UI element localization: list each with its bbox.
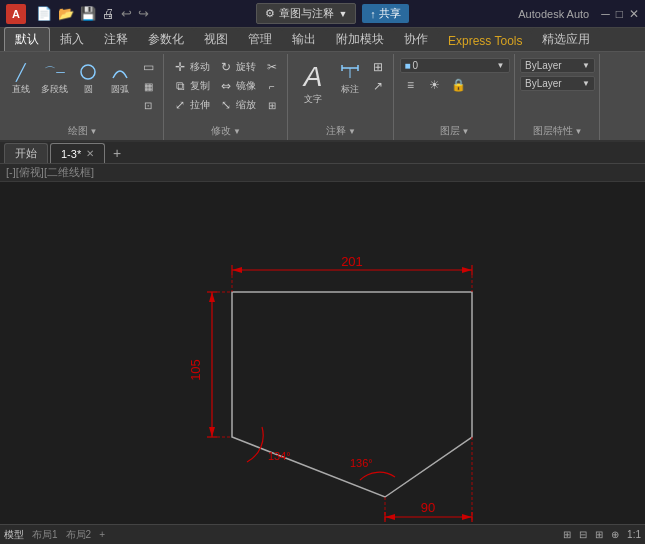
polar-button[interactable]: ⊕ [611, 529, 619, 540]
model-tab[interactable]: 模型 [4, 528, 24, 542]
tab-default[interactable]: 默认 [4, 27, 50, 51]
lineweight-selector[interactable]: ByLayer ▼ [520, 76, 595, 91]
modify-tools: ✛ 移动 ⧉ 复制 ⤢ 拉伸 ↻ 旋转 ⇔ 镜像 [169, 56, 283, 122]
arc-button[interactable]: 圆弧 [105, 58, 135, 97]
multileader-button[interactable]: ↗ [367, 77, 389, 95]
tab-collaborate[interactable]: 协作 [394, 28, 438, 51]
view-label: [-][俯视][二维线框] [0, 164, 645, 182]
move-button[interactable]: ✛ 移动 [169, 58, 213, 76]
layout1-tab[interactable]: 布局1 [32, 528, 58, 542]
mirror-button[interactable]: ⇔ 镜像 [215, 77, 259, 95]
angle1-text: 134° [268, 450, 291, 462]
hatch-button[interactable]: ▦ [137, 77, 159, 95]
dimension-button[interactable]: 标注 [335, 58, 365, 97]
fillet-button[interactable]: ⌐ [261, 77, 283, 95]
modify-col3: ✂ ⌐ ⊞ [261, 58, 283, 114]
stretch-button[interactable]: ⤢ 拉伸 [169, 96, 213, 114]
ribbon-group-draw: ╱ 直线 ⌒─ 多段线 圆 圆弧 ▭ [2, 54, 164, 140]
modify-dropdown-icon[interactable]: ▼ [233, 127, 241, 136]
layer-lock-button[interactable]: 🔒 [448, 76, 470, 94]
draw-dropdown-icon[interactable]: ▼ [90, 127, 98, 136]
tab-parametric[interactable]: 参数化 [138, 28, 194, 51]
copy-button[interactable]: ⧉ 复制 [169, 77, 213, 95]
layer-properties-button[interactable]: ≡ [400, 76, 422, 94]
doc-tab-drawing[interactable]: 1-3* ✕ [50, 143, 105, 163]
print-icon[interactable]: 🖨 [100, 6, 117, 21]
array-button[interactable]: ⊞ [261, 96, 283, 114]
layer-state-button[interactable]: ☀ [424, 76, 446, 94]
text-label: 文字 [304, 93, 322, 106]
canvas-area: 201 105 90 134° 136° [0, 182, 645, 524]
layer-name: 0 [413, 60, 495, 71]
layout2-tab[interactable]: 布局2 [66, 528, 92, 542]
props-tools: ByLayer ▼ ByLayer ▼ [520, 56, 595, 122]
add-layout-button[interactable]: + [99, 529, 105, 540]
props-label-text: 图层特性 [533, 124, 573, 138]
ortho-button[interactable]: ⊞ [595, 529, 603, 540]
start-tab-label: 开始 [15, 146, 37, 161]
dim-left-arrow-top [209, 292, 215, 302]
polyline-button[interactable]: ⌒─ 多段线 [38, 58, 71, 97]
tab-express-tools[interactable]: Express Tools [438, 31, 532, 51]
linetype-selector[interactable]: ByLayer ▼ [520, 58, 595, 73]
title-center: ⚙ 章图与注释 ▼ ↑ 共享 [155, 3, 510, 24]
table-button[interactable]: ⊞ [367, 58, 389, 76]
tab-featured[interactable]: 精选应用 [532, 28, 600, 51]
tab-annotate[interactable]: 注释 [94, 28, 138, 51]
rect-icon: ▭ [140, 59, 156, 75]
dim-br-text: 90 [421, 500, 435, 515]
arc-icon [108, 60, 132, 84]
mirror-icon: ⇔ [218, 78, 234, 94]
grid-button[interactable]: ⊟ [579, 529, 587, 540]
dim-left-text: 105 [188, 359, 203, 381]
scale-button[interactable]: ⤡ 缩放 [215, 96, 259, 114]
region-button[interactable]: ⊡ [137, 96, 159, 114]
layer-selector[interactable]: ■ 0 ▼ [400, 58, 510, 73]
draw-label-text: 绘图 [68, 124, 88, 138]
workflow-gear-icon: ⚙ [265, 7, 275, 20]
save-icon[interactable]: 💾 [78, 6, 98, 21]
modify-label-text: 修改 [211, 124, 231, 138]
trim-button[interactable]: ✂ [261, 58, 283, 76]
circle-button[interactable]: 圆 [73, 58, 103, 97]
app-logo[interactable]: A [6, 4, 26, 24]
copy-icon: ⧉ [172, 78, 188, 94]
tab-insert[interactable]: 插入 [50, 28, 94, 51]
dim-left-arrow-bottom [209, 427, 215, 437]
draw-tools: ╱ 直线 ⌒─ 多段线 圆 圆弧 ▭ [6, 56, 159, 122]
dim-br-arrow-right [462, 514, 472, 520]
ribbon-tabs: 默认 插入 注释 参数化 视图 管理 输出 附加模块 协作 Express To… [0, 28, 645, 52]
rotate-label: 旋转 [236, 60, 256, 74]
share-button[interactable]: ↑ 共享 [362, 4, 409, 23]
snap-button[interactable]: ⊞ [563, 529, 571, 540]
redo-icon[interactable]: ↪ [136, 6, 151, 21]
rotate-button[interactable]: ↻ 旋转 [215, 58, 259, 76]
move-icon: ✛ [172, 59, 188, 75]
text-button[interactable]: A 文字 [293, 58, 333, 109]
maximize-button[interactable]: □ [616, 7, 623, 21]
layers-dropdown-icon[interactable]: ▼ [462, 127, 470, 136]
tab-output[interactable]: 输出 [282, 28, 326, 51]
draw-group-label: 绘图 ▼ [68, 122, 98, 140]
line-label: 直线 [12, 85, 30, 95]
angle2-text: 136° [350, 457, 373, 469]
annotate-dropdown-icon[interactable]: ▼ [348, 127, 356, 136]
props-dropdown-icon[interactable]: ▼ [575, 127, 583, 136]
line-button[interactable]: ╱ 直线 [6, 58, 36, 97]
tab-manage[interactable]: 管理 [238, 28, 282, 51]
doc-tab-start[interactable]: 开始 [4, 143, 48, 163]
close-button[interactable]: ✕ [629, 7, 639, 21]
new-icon[interactable]: 📄 [34, 6, 54, 21]
layer-color-icon: ■ [405, 60, 411, 71]
dim-top-text: 201 [341, 254, 363, 269]
title-menu: 📄 📂 💾 🖨 ↩ ↪ [34, 6, 151, 21]
minimize-button[interactable]: ─ [601, 7, 610, 21]
tab-addons[interactable]: 附加模块 [326, 28, 394, 51]
drawing-tab-close-icon[interactable]: ✕ [86, 148, 94, 159]
open-icon[interactable]: 📂 [56, 6, 76, 21]
workflow-selector[interactable]: ⚙ 章图与注释 ▼ [256, 3, 356, 24]
tab-view[interactable]: 视图 [194, 28, 238, 51]
undo-icon[interactable]: ↩ [119, 6, 134, 21]
rect-button[interactable]: ▭ [137, 58, 159, 76]
add-tab-button[interactable]: + [107, 143, 127, 163]
